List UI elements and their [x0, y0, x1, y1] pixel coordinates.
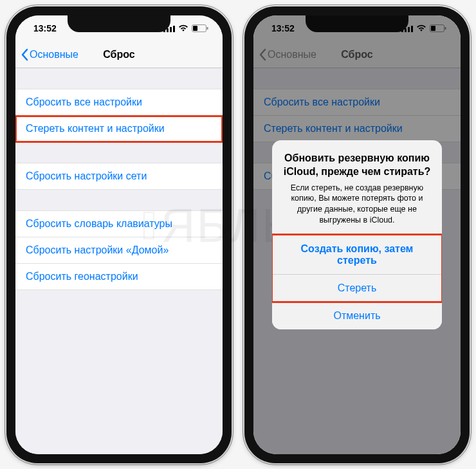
alert-highlight-group: Создать копию, затем стереть Стереть — [272, 235, 442, 302]
alert-message: Если стереть, не создав резервную копию,… — [282, 183, 432, 226]
phone-left: 13:52 Основные Сброс Сбросить все настро… — [6, 6, 232, 463]
nav-title: Сброс — [103, 49, 134, 60]
row-reset-network[interactable]: Сбросить настройки сети — [15, 163, 223, 190]
wifi-icon — [178, 24, 188, 32]
row-reset-location[interactable]: Сбросить геонастройки — [15, 264, 223, 290]
status-icons — [163, 24, 208, 32]
alert-title: Обновить резервную копию iCloud, прежде … — [282, 152, 432, 179]
row-reset-all-settings[interactable]: Сбросить все настройки — [15, 89, 223, 116]
modal-overlay: Обновить резервную копию iCloud, прежде … — [253, 15, 461, 454]
alert-header: Обновить резервную копию iCloud, прежде … — [272, 140, 442, 235]
svg-rect-3 — [173, 26, 175, 32]
phone-right: 13:52 Основные Сброс Сбросить все настро… — [244, 6, 470, 463]
back-label: Основные — [30, 49, 78, 60]
svg-rect-2 — [170, 27, 172, 32]
alert-erase-button[interactable]: Стереть — [272, 274, 442, 302]
screen-right: 13:52 Основные Сброс Сбросить все настро… — [253, 15, 461, 454]
screen-left: 13:52 Основные Сброс Сбросить все настро… — [15, 15, 223, 454]
alert-backup-then-erase-button[interactable]: Создать копию, затем стереть — [272, 235, 442, 274]
settings-content: Сбросить все настройки Стереть контент и… — [15, 68, 223, 454]
row-erase-all-content[interactable]: Стереть контент и настройки — [15, 116, 223, 142]
battery-icon — [192, 24, 208, 32]
group-3: Сбросить словарь клавиатуры Сбросить нас… — [15, 210, 223, 290]
chevron-left-icon — [21, 48, 28, 61]
notch — [68, 15, 170, 32]
alert-cancel-button[interactable]: Отменить — [272, 302, 442, 329]
alert-dialog: Обновить резервную копию iCloud, прежде … — [272, 140, 442, 329]
row-reset-keyboard[interactable]: Сбросить словарь клавиатуры — [15, 210, 223, 237]
status-time: 13:52 — [33, 23, 57, 33]
back-button[interactable]: Основные — [21, 48, 78, 61]
svg-rect-5 — [193, 26, 197, 31]
group-1: Сбросить все настройки Стереть контент и… — [15, 89, 223, 142]
row-reset-home[interactable]: Сбросить настройки «Домой» — [15, 237, 223, 264]
nav-bar: Основные Сброс — [15, 41, 223, 68]
svg-rect-6 — [207, 27, 208, 30]
group-2: Сбросить настройки сети — [15, 163, 223, 190]
